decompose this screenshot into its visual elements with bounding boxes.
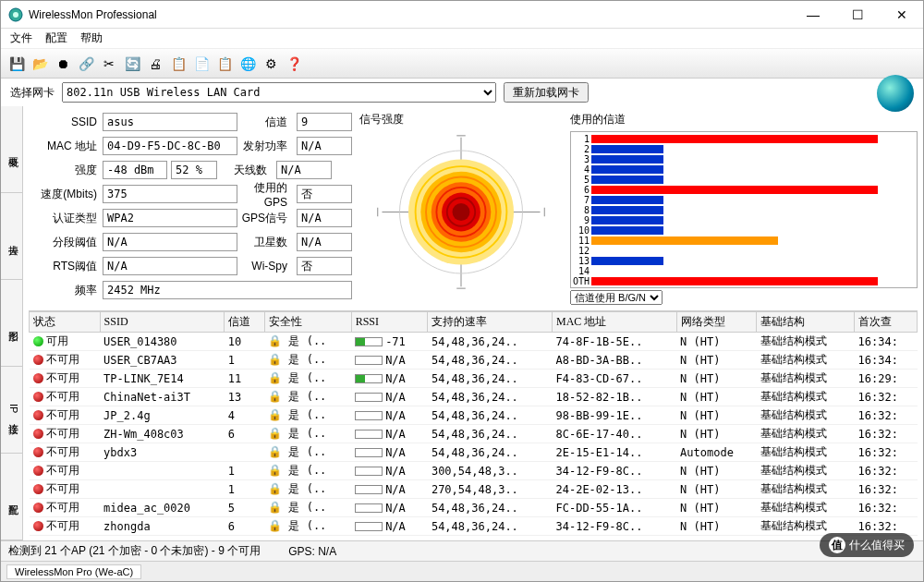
vtab-ip[interactable]: IP 连接 (1, 367, 22, 454)
vtab-summary[interactable]: 概要 (1, 106, 22, 193)
copy-icon[interactable]: 📄 (191, 54, 212, 74)
close-button[interactable]: ✕ (888, 7, 916, 22)
channel-mode-select[interactable]: 信道使用 B/G/N (570, 290, 663, 305)
mac-value: 04-D9-F5-DC-8C-B0 (103, 137, 237, 155)
taskbar-button[interactable]: WirelessMon Pro (We-aC) (6, 564, 141, 579)
table-row[interactable]: 不可用TP-LINK_7E1411🔒 是 (..N/A54,48,36,24..… (30, 370, 918, 388)
menu-help[interactable]: 帮助 (80, 30, 103, 46)
speed-value: 375 (103, 185, 237, 203)
svg-point-1 (13, 12, 18, 18)
globe-icon[interactable]: 🌐 (237, 54, 258, 74)
auth-value: WPA2 (103, 209, 237, 227)
taskbar: WirelessMon Pro (We-aC) (1, 561, 923, 581)
table-row[interactable]: 不可用zhongda6🔒 是 (..N/A54,48,36,24..34-12-… (30, 517, 918, 536)
disconnect-icon[interactable]: ✂ (99, 54, 119, 74)
status-aps: 检测到 21 个AP (21 个加密 - 0 个未加密) - 9 个可用 (8, 543, 261, 559)
table-row[interactable]: 不可用ybdx3🔒 是 (..N/A54,48,36,24..2E-15-E1-… (30, 443, 918, 462)
globe-logo-icon (877, 75, 914, 112)
toolbar: 💾 📂 ⏺ 🔗 ✂ 🔄 🖨 📋 📄 📋 🌐 ⚙ ❓ (1, 49, 923, 79)
status-gps: GPS: N/A (288, 545, 336, 558)
table-row[interactable]: 不可用1🔒 是 (..N/A270,54,48,3..24-2E-02-13..… (30, 480, 918, 499)
table-row[interactable]: 不可用USER_CB7AA31🔒 是 (..N/A54,48,36,24..A8… (30, 351, 918, 370)
strength-dbm: -48 dBm (103, 161, 167, 179)
settings-icon[interactable]: ⚙ (261, 54, 281, 74)
table-row[interactable]: 可用USER_01438010🔒 是 (..-7154,48,36,24..74… (30, 333, 918, 351)
table-row[interactable]: 不可用JP_2.4g4🔒 是 (..N/A54,48,36,24..98-BB-… (30, 406, 918, 425)
vtab-graph[interactable]: 图形 (1, 280, 22, 367)
print-icon[interactable]: 🖨 (145, 54, 165, 74)
minimize-button[interactable]: — (799, 7, 827, 22)
channel-chart: 1234567891011121314OTH (570, 131, 918, 288)
svg-point-17 (453, 203, 470, 221)
nic-select[interactable]: 802.11n USB Wireless LAN Card (62, 82, 496, 103)
help-icon[interactable]: ❓ (284, 54, 304, 74)
signal-radar (373, 131, 549, 293)
channels-panel: 使用的信道 1234567891011121314OTH 信道使用 B/G/N (570, 112, 918, 305)
table-row[interactable]: 不可用midea_ac_00205🔒 是 (..N/A54,48,36,24..… (30, 499, 918, 517)
vtab-config[interactable]: 配置 (1, 454, 22, 540)
titlebar: WirelessMon Professional — ☐ ✕ (1, 1, 923, 29)
window-title: WirelessMon Professional (29, 8, 799, 21)
link-icon[interactable]: 🔗 (76, 54, 96, 74)
table-row[interactable]: 不可用ZH-Wm_408c036🔒 是 (..N/A54,48,36,24..8… (30, 425, 918, 443)
table-row[interactable]: 不可用ChinaNet-ai3T13🔒 是 (..N/A54,48,36,24.… (30, 388, 918, 406)
menu-config[interactable]: 配置 (45, 30, 67, 46)
save-icon[interactable]: 💾 (6, 54, 27, 74)
statusbar: 检测到 21 个AP (21 个加密 - 0 个未加密) - 9 个可用 GPS… (1, 540, 923, 561)
clipboard-icon[interactable]: 📋 (214, 54, 235, 74)
watermark: 值什么值得买 (820, 533, 914, 557)
vtab-remove[interactable]: 去掉 (1, 193, 22, 280)
reload-nic-button[interactable]: 重新加载网卡 (504, 82, 589, 103)
refresh-icon[interactable]: 🔄 (122, 54, 142, 74)
export-icon[interactable]: 📋 (168, 54, 188, 74)
maximize-button[interactable]: ☐ (844, 7, 871, 22)
nic-label: 选择网卡 (10, 85, 55, 101)
nic-row: 选择网卡 802.11n USB Wireless LAN Card 重新加载网… (1, 79, 923, 106)
ssid-value: asus (103, 113, 237, 131)
menubar: 文件 配置 帮助 (1, 29, 923, 49)
vertical-tabs: 概要 去掉 图形 IP 连接 配置 (1, 106, 23, 540)
strength-pct: 52 % (171, 161, 217, 179)
record-icon[interactable]: ⏺ (53, 54, 73, 74)
info-fields: SSIDasus信道9 MAC 地址04-D9-F5-DC-8C-B0发射功率N… (29, 112, 352, 305)
app-icon (8, 7, 23, 22)
menu-file[interactable]: 文件 (10, 30, 32, 46)
freq-value: 2452 MHz (103, 281, 352, 299)
channel-value: 9 (297, 113, 352, 131)
ap-table[interactable]: 状态 SSID 信道 安全性 RSSI 支持的速率 MAC 地址 网络类型 基础… (29, 310, 918, 540)
table-row[interactable]: 不可用1🔒 是 (..N/A300,54,48,3..34-12-F9-8C..… (30, 462, 918, 480)
signal-panel: 信号强度 (359, 112, 563, 305)
open-icon[interactable]: 📂 (30, 54, 50, 74)
